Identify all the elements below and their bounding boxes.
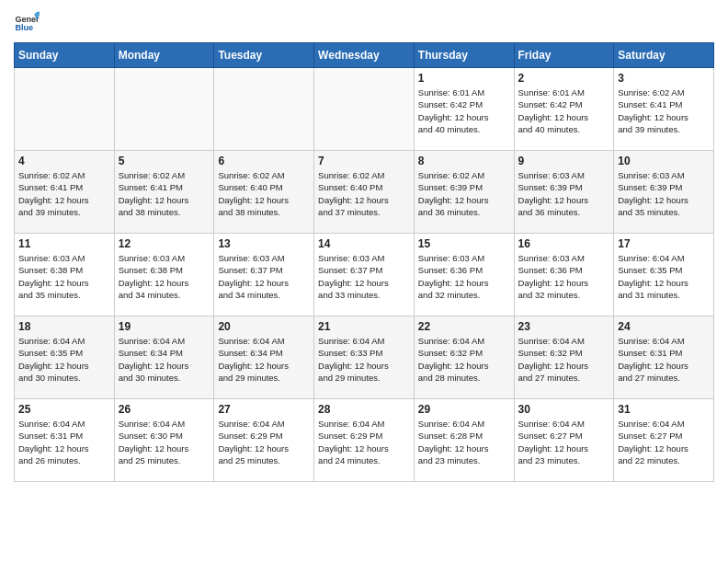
calendar-cell: 12Sunrise: 6:03 AM Sunset: 6:38 PM Dayli…: [114, 234, 214, 316]
calendar-cell: [114, 68, 214, 151]
day-info: Sunrise: 6:03 AM Sunset: 6:39 PM Dayligh…: [618, 169, 710, 218]
header-day-saturday: Saturday: [614, 43, 714, 68]
svg-text:Blue: Blue: [15, 23, 33, 32]
header-day-wednesday: Wednesday: [314, 43, 415, 68]
day-number: 14: [318, 237, 410, 250]
calendar-cell: 15Sunrise: 6:03 AM Sunset: 6:36 PM Dayli…: [414, 234, 514, 316]
logo-icon: General Blue: [14, 9, 40, 35]
day-info: Sunrise: 6:01 AM Sunset: 6:42 PM Dayligh…: [418, 86, 510, 135]
calendar-cell: [314, 68, 415, 151]
calendar-cell: 23Sunrise: 6:04 AM Sunset: 6:32 PM Dayli…: [514, 316, 614, 399]
day-number: 23: [518, 320, 610, 333]
day-info: Sunrise: 6:04 AM Sunset: 6:34 PM Dayligh…: [119, 335, 210, 384]
day-info: Sunrise: 6:02 AM Sunset: 6:41 PM Dayligh…: [18, 169, 110, 218]
calendar-cell: 4Sunrise: 6:02 AM Sunset: 6:41 PM Daylig…: [15, 151, 115, 234]
header-day-sunday: Sunday: [15, 43, 115, 68]
day-number: 31: [618, 403, 710, 416]
week-row-1: 1Sunrise: 6:01 AM Sunset: 6:42 PM Daylig…: [15, 68, 714, 151]
calendar-cell: [214, 68, 314, 151]
logo: General Blue: [14, 9, 40, 35]
calendar-table: SundayMondayTuesdayWednesdayThursdayFrid…: [14, 42, 714, 482]
calendar-cell: 6Sunrise: 6:02 AM Sunset: 6:40 PM Daylig…: [214, 151, 314, 234]
calendar-cell: 11Sunrise: 6:03 AM Sunset: 6:38 PM Dayli…: [15, 234, 115, 316]
calendar-cell: 30Sunrise: 6:04 AM Sunset: 6:27 PM Dayli…: [514, 399, 614, 482]
calendar-cell: 7Sunrise: 6:02 AM Sunset: 6:40 PM Daylig…: [314, 151, 415, 234]
calendar-cell: 5Sunrise: 6:02 AM Sunset: 6:41 PM Daylig…: [114, 151, 214, 234]
calendar-cell: 2Sunrise: 6:01 AM Sunset: 6:42 PM Daylig…: [514, 68, 614, 151]
day-number: 13: [218, 237, 310, 250]
day-number: 10: [618, 155, 710, 167]
day-info: Sunrise: 6:04 AM Sunset: 6:32 PM Dayligh…: [418, 335, 510, 384]
day-info: Sunrise: 6:01 AM Sunset: 6:42 PM Dayligh…: [518, 86, 610, 135]
calendar-cell: 19Sunrise: 6:04 AM Sunset: 6:34 PM Dayli…: [114, 316, 214, 399]
header-row: SundayMondayTuesdayWednesdayThursdayFrid…: [15, 43, 714, 68]
calendar-cell: 27Sunrise: 6:04 AM Sunset: 6:29 PM Dayli…: [214, 399, 314, 482]
day-info: Sunrise: 6:04 AM Sunset: 6:27 PM Dayligh…: [518, 418, 610, 466]
calendar-cell: 31Sunrise: 6:04 AM Sunset: 6:27 PM Dayli…: [614, 399, 714, 482]
calendar-cell: 17Sunrise: 6:04 AM Sunset: 6:35 PM Dayli…: [614, 234, 714, 316]
week-row-2: 4Sunrise: 6:02 AM Sunset: 6:41 PM Daylig…: [15, 151, 714, 234]
day-number: 16: [518, 237, 610, 250]
day-number: 15: [418, 237, 510, 250]
calendar-cell: 24Sunrise: 6:04 AM Sunset: 6:31 PM Dayli…: [614, 316, 714, 399]
day-number: 19: [119, 320, 210, 333]
week-row-3: 11Sunrise: 6:03 AM Sunset: 6:38 PM Dayli…: [15, 234, 714, 316]
week-row-4: 18Sunrise: 6:04 AM Sunset: 6:35 PM Dayli…: [15, 316, 714, 399]
day-info: Sunrise: 6:04 AM Sunset: 6:31 PM Dayligh…: [18, 418, 110, 466]
day-number: 26: [119, 403, 210, 416]
calendar-header: SundayMondayTuesdayWednesdayThursdayFrid…: [15, 43, 714, 68]
calendar-cell: 8Sunrise: 6:02 AM Sunset: 6:39 PM Daylig…: [414, 151, 514, 234]
day-number: 27: [218, 403, 310, 416]
day-number: 17: [618, 237, 710, 250]
calendar-cell: 25Sunrise: 6:04 AM Sunset: 6:31 PM Dayli…: [15, 399, 115, 482]
day-number: 5: [119, 155, 210, 167]
day-number: 21: [318, 320, 410, 333]
day-number: 8: [418, 155, 510, 167]
page-header: General Blue: [14, 9, 714, 35]
day-info: Sunrise: 6:02 AM Sunset: 6:41 PM Dayligh…: [119, 169, 210, 218]
calendar-cell: 1Sunrise: 6:01 AM Sunset: 6:42 PM Daylig…: [414, 68, 514, 151]
day-number: 25: [18, 403, 110, 416]
day-number: 12: [119, 237, 210, 250]
day-number: 2: [518, 72, 610, 85]
day-number: 4: [18, 155, 110, 167]
header-day-thursday: Thursday: [414, 43, 514, 68]
day-info: Sunrise: 6:03 AM Sunset: 6:36 PM Dayligh…: [418, 252, 510, 301]
day-info: Sunrise: 6:04 AM Sunset: 6:28 PM Dayligh…: [418, 418, 510, 466]
day-info: Sunrise: 6:02 AM Sunset: 6:39 PM Dayligh…: [418, 169, 510, 218]
header-day-friday: Friday: [514, 43, 614, 68]
calendar-cell: 14Sunrise: 6:03 AM Sunset: 6:37 PM Dayli…: [314, 234, 415, 316]
calendar-cell: 13Sunrise: 6:03 AM Sunset: 6:37 PM Dayli…: [214, 234, 314, 316]
day-info: Sunrise: 6:03 AM Sunset: 6:36 PM Dayligh…: [518, 252, 610, 301]
day-info: Sunrise: 6:04 AM Sunset: 6:27 PM Dayligh…: [618, 418, 710, 466]
calendar-cell: 18Sunrise: 6:04 AM Sunset: 6:35 PM Dayli…: [15, 316, 115, 399]
calendar-cell: [15, 68, 115, 151]
day-info: Sunrise: 6:04 AM Sunset: 6:30 PM Dayligh…: [119, 418, 210, 466]
day-info: Sunrise: 6:04 AM Sunset: 6:35 PM Dayligh…: [18, 335, 110, 384]
day-number: 20: [218, 320, 310, 333]
calendar-cell: 26Sunrise: 6:04 AM Sunset: 6:30 PM Dayli…: [114, 399, 214, 482]
calendar-cell: 29Sunrise: 6:04 AM Sunset: 6:28 PM Dayli…: [414, 399, 514, 482]
day-info: Sunrise: 6:04 AM Sunset: 6:32 PM Dayligh…: [518, 335, 610, 384]
week-row-5: 25Sunrise: 6:04 AM Sunset: 6:31 PM Dayli…: [15, 399, 714, 482]
day-info: Sunrise: 6:04 AM Sunset: 6:35 PM Dayligh…: [618, 252, 710, 301]
day-number: 18: [18, 320, 110, 333]
day-info: Sunrise: 6:03 AM Sunset: 6:38 PM Dayligh…: [119, 252, 210, 301]
day-info: Sunrise: 6:03 AM Sunset: 6:37 PM Dayligh…: [218, 252, 310, 301]
day-number: 22: [418, 320, 510, 333]
calendar-cell: 21Sunrise: 6:04 AM Sunset: 6:33 PM Dayli…: [314, 316, 415, 399]
calendar-cell: 20Sunrise: 6:04 AM Sunset: 6:34 PM Dayli…: [214, 316, 314, 399]
day-number: 29: [418, 403, 510, 416]
day-number: 9: [518, 155, 610, 167]
day-info: Sunrise: 6:04 AM Sunset: 6:31 PM Dayligh…: [618, 335, 710, 384]
day-info: Sunrise: 6:04 AM Sunset: 6:34 PM Dayligh…: [218, 335, 310, 384]
calendar-cell: 9Sunrise: 6:03 AM Sunset: 6:39 PM Daylig…: [514, 151, 614, 234]
day-info: Sunrise: 6:03 AM Sunset: 6:38 PM Dayligh…: [18, 252, 110, 301]
day-info: Sunrise: 6:02 AM Sunset: 6:40 PM Dayligh…: [318, 169, 410, 218]
calendar-cell: 22Sunrise: 6:04 AM Sunset: 6:32 PM Dayli…: [414, 316, 514, 399]
day-info: Sunrise: 6:04 AM Sunset: 6:29 PM Dayligh…: [218, 418, 310, 466]
day-number: 28: [318, 403, 410, 416]
calendar-body: 1Sunrise: 6:01 AM Sunset: 6:42 PM Daylig…: [15, 68, 714, 482]
day-info: Sunrise: 6:03 AM Sunset: 6:39 PM Dayligh…: [518, 169, 610, 218]
calendar-cell: 10Sunrise: 6:03 AM Sunset: 6:39 PM Dayli…: [614, 151, 714, 234]
